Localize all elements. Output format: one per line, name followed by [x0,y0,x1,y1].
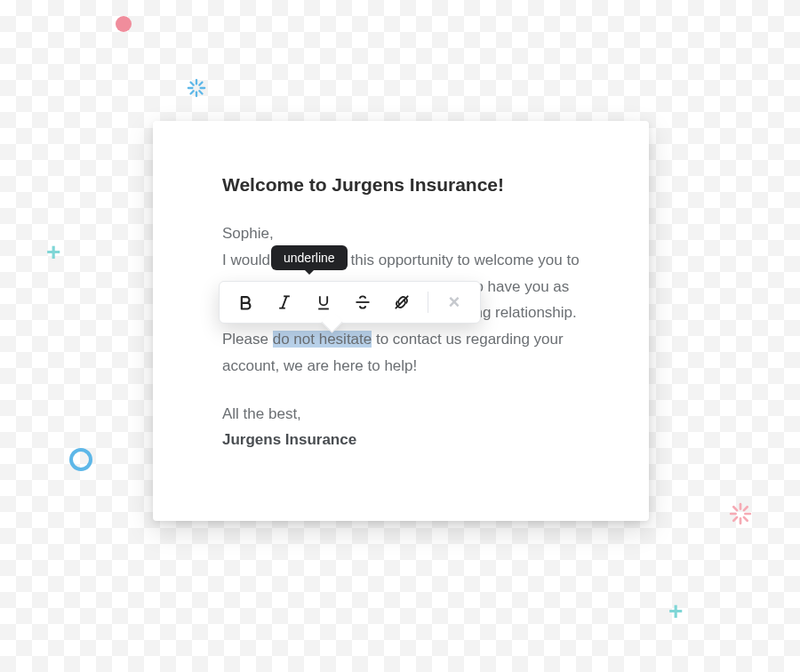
format-toolbar-container: underline [219,281,481,324]
greeting-line: Sophie, [222,225,274,242]
close-toolbar-button[interactable]: × [436,287,473,317]
decoration-burst-pink [729,502,752,525]
svg-line-14 [744,507,748,510]
strikethrough-icon [354,293,372,311]
toolbar-divider [428,292,428,313]
decoration-burst [187,78,206,98]
bold-icon [236,293,254,311]
svg-line-4 [190,82,193,84]
format-toolbar: × [219,281,481,324]
svg-line-6 [199,82,202,84]
signature-line: Jurgens Insurance [222,431,356,448]
svg-line-15 [733,517,737,521]
decoration-plus-2: + [668,597,683,626]
svg-line-12 [733,507,737,510]
close-icon: × [449,292,460,312]
selected-text[interactable]: do not hesitate [273,331,372,348]
strikethrough-button[interactable] [344,287,381,317]
svg-line-5 [199,91,202,93]
underline-icon [315,293,332,311]
decoration-ring [69,448,92,471]
unlink-icon [393,293,411,311]
unlink-button[interactable] [383,287,420,317]
decoration-dot [116,16,132,32]
svg-line-7 [190,91,193,93]
bold-button[interactable] [227,287,264,317]
svg-line-18 [283,296,287,308]
document-title: Welcome to Jurgens Insurance! [222,174,580,196]
decoration-plus: + [46,238,60,267]
underline-button[interactable] [305,287,342,317]
svg-line-13 [744,517,748,521]
tooltip-underline: underline [271,245,348,270]
italic-button[interactable] [266,287,303,317]
closing-line: All the best, [222,405,301,422]
italic-icon [276,293,293,311]
